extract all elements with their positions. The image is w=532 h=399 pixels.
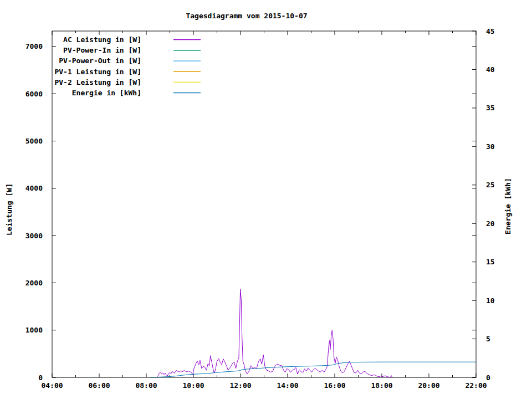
legend-label-6: Energie in [kWh] xyxy=(72,89,141,97)
legend-label-3: PV-Power-Out in [W] xyxy=(59,57,141,65)
plot-area: 04:0006:0008:0010:0012:0014:0016:0018:00… xyxy=(0,0,532,399)
x-axis-tick-label: 18:00 xyxy=(371,381,392,390)
y2-axis-tick-label: 15 xyxy=(486,258,495,266)
y-axis-tick-label: 3000 xyxy=(25,232,43,240)
x-axis-tick-label: 22:00 xyxy=(465,381,487,390)
x-axis-tick-label: 10:00 xyxy=(182,381,204,390)
y2-axis-tick-label: 25 xyxy=(486,181,495,189)
y2-axis-tick-label: 20 xyxy=(486,219,495,228)
series-ac xyxy=(157,289,392,377)
y-axis-tick-label: 0 xyxy=(38,374,43,382)
y-axis-tick-label: 1000 xyxy=(25,326,43,334)
x-axis-tick-label: 14:00 xyxy=(277,381,298,390)
x-axis-tick-label: 16:00 xyxy=(324,381,345,390)
y2-axis-tick-label: 35 xyxy=(486,104,495,112)
y-axis-tick-label: 7000 xyxy=(25,42,43,50)
y2-axis-tick-label: 5 xyxy=(486,335,490,343)
x-axis-tick-label: 08:00 xyxy=(135,381,157,390)
x-axis-tick-label: 06:00 xyxy=(88,381,110,390)
legend-label-1: AC Leistung in [W] xyxy=(63,35,141,44)
y2-axis-tick-label: 0 xyxy=(486,374,490,382)
x-axis-tick-label: 12:00 xyxy=(229,381,251,390)
legend-label-4: PV-1 Leistung in [W] xyxy=(54,68,141,76)
y2-axis-tick-label: 45 xyxy=(486,27,495,35)
legend-label-2: PV-Power-In in [W] xyxy=(63,46,141,54)
y-axis-tick-label: 6000 xyxy=(25,90,43,98)
y-axis-tick-label: 2000 xyxy=(25,279,43,287)
legend-label-5: PV-2 Leistung in [W] xyxy=(54,78,141,86)
x-axis-tick-label: 04:00 xyxy=(41,381,63,390)
y2-axis-tick-label: 40 xyxy=(486,65,495,74)
y2-axis-tick-label: 10 xyxy=(486,296,495,305)
y2-axis-tick-label: 30 xyxy=(486,142,495,151)
y-axis-tick-label: 4000 xyxy=(25,184,43,192)
chart-canvas: Tagesdiagramm vom 2015-10-07 Leistung [W… xyxy=(0,0,532,399)
y-axis-tick-label: 5000 xyxy=(25,137,43,145)
x-axis-tick-label: 20:00 xyxy=(418,381,439,390)
